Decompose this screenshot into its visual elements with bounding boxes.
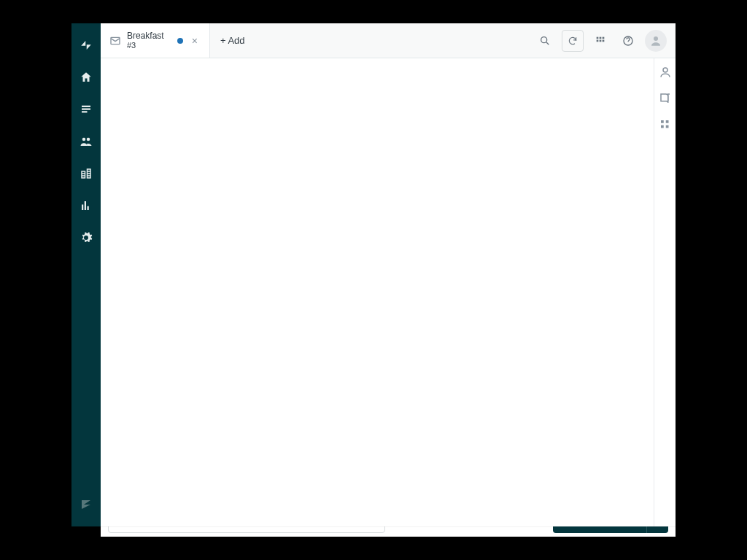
svg-rect-4 <box>603 36 605 39</box>
home-icon[interactable] <box>71 63 101 92</box>
tab-title: Breakfast#3 <box>127 31 164 50</box>
svg-rect-3 <box>600 36 602 39</box>
ticket-tab[interactable]: Breakfast#3 × <box>101 23 210 58</box>
svg-rect-13 <box>661 125 664 128</box>
svg-rect-14 <box>665 125 668 128</box>
knowledge-icon[interactable] <box>659 92 672 105</box>
apps-grid-icon[interactable] <box>589 30 611 52</box>
svg-rect-5 <box>597 39 599 42</box>
svg-rect-11 <box>661 120 664 123</box>
svg-point-1 <box>541 36 547 42</box>
views-icon[interactable] <box>71 95 101 124</box>
global-nav <box>71 23 101 526</box>
zendesk-products-icon[interactable] <box>71 490 101 519</box>
top-tab-bar: Breakfast#3 × + Add <box>101 23 676 58</box>
svg-rect-7 <box>603 39 605 42</box>
svg-point-10 <box>663 68 667 72</box>
svg-point-9 <box>654 36 658 41</box>
context-panel-rail <box>654 58 676 526</box>
zendesk-logo-icon[interactable] <box>71 31 101 60</box>
tab-close-button[interactable]: × <box>189 35 201 47</box>
add-tab-button[interactable]: + Add <box>210 23 255 58</box>
user-context-icon[interactable] <box>659 66 672 79</box>
reporting-icon[interactable] <box>71 191 101 220</box>
customers-icon[interactable] <box>71 127 101 156</box>
svg-rect-2 <box>597 36 599 39</box>
mail-icon <box>109 35 121 47</box>
unsaved-dot-icon <box>177 38 183 44</box>
svg-rect-6 <box>600 39 602 42</box>
admin-icon[interactable] <box>71 223 101 252</box>
apps-icon[interactable] <box>659 118 672 131</box>
svg-rect-12 <box>665 120 668 123</box>
help-button[interactable] <box>617 30 639 52</box>
search-button[interactable] <box>534 30 556 52</box>
organizations-icon[interactable] <box>71 159 101 188</box>
current-user-avatar[interactable] <box>645 30 667 52</box>
refresh-button[interactable] <box>562 30 584 52</box>
